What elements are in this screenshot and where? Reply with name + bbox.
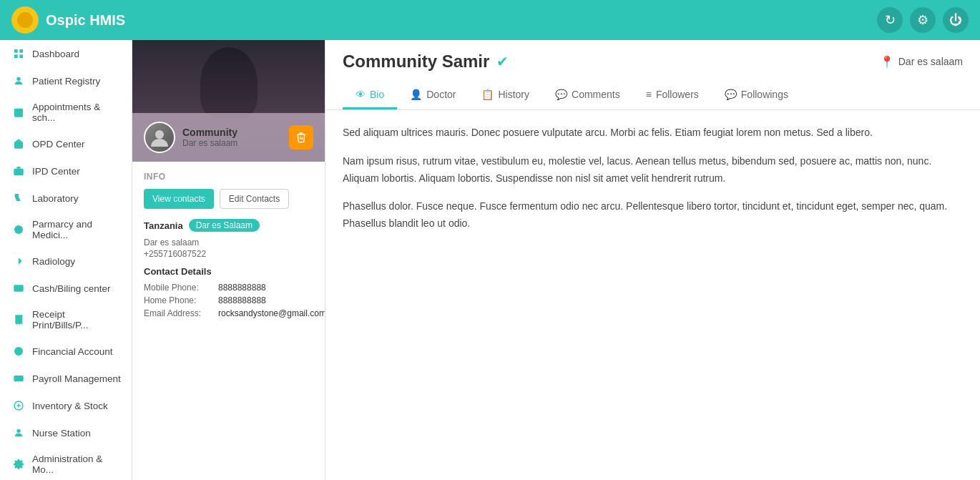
settings-button[interactable]: ⚙ <box>910 7 936 33</box>
sidebar-item-inventory[interactable]: Inventory & Stock <box>0 392 132 419</box>
tab-followers[interactable]: ≡ Followers <box>633 82 712 109</box>
tab-bio-label: Bio <box>370 89 384 100</box>
profile-name: Community <box>182 127 237 138</box>
payroll-icon <box>12 372 25 385</box>
profile-location-row: 📍 Dar es salaam <box>880 55 963 69</box>
email-label: Email Address: <box>144 308 215 318</box>
sidebar-label-inventory: Inventory & Stock <box>32 401 108 411</box>
sidebar-item-admin[interactable]: Administration & Mo... <box>0 446 132 480</box>
svg-point-25 <box>155 130 164 139</box>
email-value: rocksandystone@gmail.com <box>218 308 325 318</box>
profile-avatar <box>144 122 175 153</box>
info-actions: View contacts Edit Contacts <box>144 189 313 209</box>
profile-title-row: Community Samir ✔ 📍 Dar es salaam <box>343 52 963 72</box>
sidebar-label-payroll: Payroll Management <box>32 373 121 384</box>
nurse-icon <box>12 426 25 439</box>
main-layout: Dashboard Patient Registry Appointments … <box>0 40 980 480</box>
tab-doctor[interactable]: 👤 Doctor <box>397 82 469 109</box>
sidebar-item-cash-billing[interactable]: Cash/Biling center <box>0 275 132 302</box>
svg-rect-14 <box>14 285 23 291</box>
sidebar-label-nurse: Nurse Station <box>32 428 91 439</box>
sidebar-label-financial: Fincancial Account <box>32 346 113 357</box>
sidebar-item-pharmacy[interactable]: Parmarcy and Medici... <box>0 212 132 248</box>
delete-button[interactable] <box>289 125 313 150</box>
svg-rect-9 <box>14 169 23 175</box>
bio-paragraph-3: Phasellus dolor. Fusce neque. Fusce ferm… <box>343 198 963 232</box>
email-row: Email Address: rocksandystone@gmail.com <box>144 308 313 318</box>
location-pin-icon: 📍 <box>880 55 894 69</box>
sidebar-item-radiology[interactable]: Radiology <box>0 248 132 275</box>
admin-icon <box>12 458 25 471</box>
mobile-phone-row: Mobile Phone: 8888888888 <box>144 283 313 293</box>
sidebar-label-cash: Cash/Biling center <box>32 283 111 294</box>
svg-rect-1 <box>19 49 23 53</box>
bio-paragraph-2: Nam ipsum risus, rutrum vitae, vestibulu… <box>343 153 963 187</box>
bio-paragraph-1: Sed aliquam ultrices mauris. Donec posue… <box>343 124 963 142</box>
calendar-icon <box>12 106 25 119</box>
sidebar-label-appointments: Appointments & sch... <box>32 102 122 123</box>
home-phone-value: 8888888888 <box>218 295 266 305</box>
tab-followers-label: Followers <box>656 89 699 100</box>
radiology-icon <box>12 255 25 268</box>
tab-comments[interactable]: 💬 Comments <box>542 82 633 109</box>
mobile-phone-value: 8888888888 <box>218 283 266 293</box>
sidebar-item-nurse-station[interactable]: Nurse Station <box>0 419 132 446</box>
profile-header: Community Samir ✔ 📍 Dar es salaam 👁 Bio … <box>325 40 980 110</box>
app-logo <box>11 6 39 34</box>
sidebar-label-admin: Administration & Mo... <box>32 454 122 475</box>
history-tab-icon: 📋 <box>481 89 494 100</box>
svg-point-11 <box>14 225 23 234</box>
right-panel: Community Samir ✔ 📍 Dar es salaam 👁 Bio … <box>325 40 980 480</box>
contact-details-title: Contact Details <box>144 266 313 277</box>
sidebar-item-ipd[interactable]: IPD Center <box>0 157 132 185</box>
topbar-left: Ospic HMIS <box>11 6 125 34</box>
tab-bio[interactable]: 👁 Bio <box>343 82 397 109</box>
svg-rect-3 <box>19 54 23 58</box>
sidebar-item-payroll[interactable]: Payroll Management <box>0 365 132 392</box>
location-text: Dar es salaam <box>898 56 963 67</box>
svg-rect-0 <box>14 49 18 53</box>
logo-inner <box>17 12 33 28</box>
sidebar: Dashboard Patient Registry Appointments … <box>0 40 132 480</box>
opd-icon <box>12 137 25 150</box>
info-label: INFO <box>144 172 313 182</box>
ipd-icon <box>12 165 25 177</box>
comments-tab-icon: 💬 <box>555 89 567 100</box>
receipt-icon <box>12 313 25 326</box>
sidebar-item-dashboard[interactable]: Dashboard <box>0 40 132 67</box>
profile-body: Sed aliquam ultrices mauris. Donec posue… <box>325 110 980 480</box>
phone-text: +255716087522 <box>144 249 313 259</box>
profile-card: Community Dar es salaam INFO View contac… <box>132 40 325 480</box>
home-phone-label: Home Phone: <box>144 295 215 305</box>
mobile-phone-label: Mobile Phone: <box>144 283 215 293</box>
sidebar-item-opd[interactable]: OPD Center <box>0 130 132 157</box>
svg-point-23 <box>16 429 20 433</box>
sidebar-item-laboratory[interactable]: Laboratory <box>0 185 132 212</box>
address-text: Dar es salaam <box>144 237 313 248</box>
tab-comments-label: Comments <box>572 89 620 100</box>
refresh-button[interactable]: ↻ <box>877 7 903 33</box>
profile-tabs: 👁 Bio 👤 Doctor 📋 History 💬 Comments <box>343 82 963 109</box>
sidebar-label-receipt: Receipt Print/Bills/P... <box>32 309 122 330</box>
edit-contacts-button[interactable]: Edit Contacts <box>220 189 289 209</box>
tab-doctor-label: Doctor <box>426 89 456 100</box>
verified-icon: ✔ <box>496 53 509 70</box>
profile-title: Community Samir <box>343 52 489 72</box>
tab-followings[interactable]: 💬 Followings <box>712 82 801 109</box>
tab-history[interactable]: 📋 History <box>469 82 542 109</box>
view-contacts-button[interactable]: View contacts <box>144 189 214 209</box>
power-button[interactable]: ⏻ <box>943 7 969 33</box>
sidebar-item-patient-registry[interactable]: Patient Registry <box>0 67 132 94</box>
bio-tab-icon: 👁 <box>356 89 366 100</box>
sidebar-label-lab: Laboratory <box>32 193 79 204</box>
sidebar-item-financial[interactable]: Fincancial Account <box>0 338 132 365</box>
followings-tab-icon: 💬 <box>725 89 737 100</box>
sidebar-item-appointments[interactable]: Appointments & sch... <box>0 94 132 130</box>
profile-avatar-wrap: Community Dar es salaam <box>144 122 237 153</box>
sidebar-item-receipt[interactable]: Receipt Print/Bills/P... <box>0 302 132 338</box>
profile-overlay: Community Dar es salaam <box>132 113 325 162</box>
svg-point-4 <box>16 77 20 81</box>
topbar: Ospic HMIS ↻ ⚙ ⏻ <box>0 0 980 40</box>
sidebar-label-radiology: Radiology <box>32 256 75 267</box>
profile-cover: Community Dar es salaam <box>132 40 325 162</box>
